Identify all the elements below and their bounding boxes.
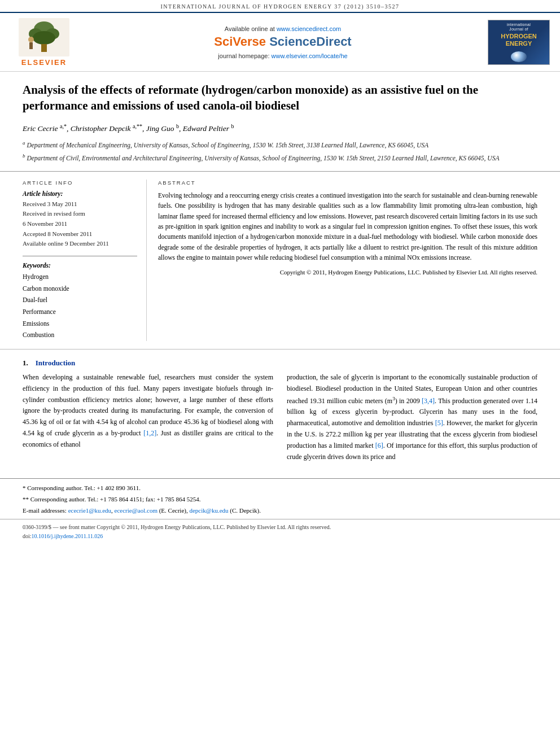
section-title: Introduction (36, 359, 76, 367)
affiliations-block: a Department of Mechanical Engineering, … (23, 139, 537, 163)
abstract-header: Abstract (158, 180, 537, 186)
article-info-col: Article Info Article history: Received 3… (23, 180, 147, 341)
svg-point-6 (28, 37, 34, 42)
footnote-email: E-mail addresses: ececrie1@ku.edu, ececr… (23, 506, 537, 516)
keyword-hydrogen: Hydrogen (23, 271, 137, 283)
received-date: Received 3 May 2011 (23, 199, 137, 209)
bottom-bar-issn: 0360-3199/$ — see front matter Copyright… (23, 523, 537, 532)
accepted-date: Accepted 8 November 2011 (23, 229, 137, 239)
logos-row: ELSEVIER Available online at www.science… (0, 13, 560, 72)
section-number: 1. (23, 359, 28, 367)
article-title-section: Analysis of the effects of reformate (hy… (0, 72, 560, 172)
keyword-dual-fuel: Dual-fuel (23, 294, 137, 306)
journal-header-text: International Journal of Hydrogen Energy… (160, 3, 399, 10)
svg-point-4 (33, 31, 55, 45)
hydrogen-energy-logo: internationalJournal of HYDROGENENERGY (488, 20, 550, 65)
footnote-star: * Corresponding author. Tel.: +1 402 890… (23, 483, 537, 493)
keyword-combustion: Combustion (23, 329, 137, 341)
keyword-carbon-monoxide: Carbon monoxide (23, 283, 137, 295)
keyword-emissions: Emissions (23, 318, 137, 330)
journal-homepage-link[interactable]: www.elsevier.com/locate/he (272, 53, 348, 59)
copyright-text: Copyright © 2011, Hydrogen Energy Public… (158, 268, 537, 277)
logo-journal-name: HYDROGENENERGY (501, 33, 537, 47)
doi-link[interactable]: 10.1016/j.ijhydene.2011.11.026 (32, 533, 103, 539)
ref-3-4-link[interactable]: [3,4] (422, 397, 435, 405)
elsevier-brand-text: ELSEVIER (21, 58, 67, 67)
sciencedirect-link[interactable]: www.sciencedirect.com (277, 25, 341, 32)
available-online-text: Available online at www.sciencedirect.co… (78, 25, 488, 32)
section-heading: 1. Introduction (23, 359, 537, 368)
sciverse-title: SciVerse ScienceDirect (214, 34, 351, 49)
article-title: Analysis of the effects of reformate (hy… (23, 82, 537, 114)
ref-5-link[interactable]: [5] (435, 419, 443, 427)
keywords-label: Keywords: (23, 262, 137, 269)
article-history-block: Article history: Received 3 May 2011 Rec… (23, 190, 137, 249)
journal-homepage-text: journal homepage: www.elsevier.com/locat… (78, 53, 488, 59)
affiliation-a: a Department of Mechanical Engineering, … (23, 139, 537, 150)
affiliation-b: b Department of Civil, Environmental and… (23, 152, 537, 163)
intro-right-paragraph: production, the sale of glycerin is impo… (287, 372, 537, 462)
intro-two-col: When developing a sustainable renewable … (23, 372, 537, 466)
intro-left-col: When developing a sustainable renewable … (23, 372, 273, 466)
footer-notes: * Corresponding author. Tel.: +1 402 890… (0, 478, 560, 516)
bottom-bar: 0360-3199/$ — see front matter Copyright… (0, 519, 560, 544)
keywords-block: Keywords: Hydrogen Carbon monoxide Dual-… (23, 262, 137, 341)
logo-sphere-icon (511, 51, 527, 62)
elsevier-tree-icon (19, 18, 69, 57)
sciverse-logo: SciVerse ScienceDirect (78, 34, 488, 49)
sciverse-center-block: Available online at www.sciencedirect.co… (78, 25, 488, 59)
bottom-bar-doi: doi:10.1016/j.ijhydene.2011.11.026 (23, 532, 537, 541)
authors-line: Eric Cecrie a,*, Christopher Depcik a,**… (23, 122, 537, 135)
email-link-1[interactable]: ececrie1@ku.edu (68, 507, 111, 514)
elsevier-logo: ELSEVIER (10, 18, 78, 67)
email-link-3[interactable]: depcik@ku.edu (189, 507, 228, 514)
available-online-date: Available online 9 December 2011 (23, 239, 137, 249)
keyword-performance: Performance (23, 306, 137, 318)
svg-rect-5 (41, 44, 47, 52)
article-info-header: Article Info (23, 180, 137, 186)
footnote-double-star: ** Corresponding author. Tel.: +1 785 86… (23, 495, 537, 505)
ref-1-2-link[interactable]: [1,2] (143, 429, 156, 437)
article-info-abstract-section: Article Info Article history: Received 3… (0, 172, 560, 350)
divider (23, 256, 137, 256)
intro-left-paragraph: When developing a sustainable renewable … (23, 372, 273, 451)
received-revised-label: Received in revised form (23, 209, 137, 219)
introduction-section: 1. Introduction When developing a sustai… (0, 350, 560, 473)
email-link-2[interactable]: ececrie@aol.com (115, 507, 158, 514)
intro-right-col: production, the sale of glycerin is impo… (287, 372, 537, 466)
history-label: Article history: (23, 190, 137, 197)
logo-intl-text: internationalJournal of (507, 23, 531, 32)
journal-header-bar: International Journal of Hydrogen Energy… (0, 0, 560, 13)
abstract-text: Evolving technology and a reoccurring en… (158, 190, 537, 277)
ref-6-link[interactable]: [6] (375, 442, 383, 449)
svg-rect-7 (29, 42, 33, 49)
received-revised-date: 6 November 2011 (23, 219, 137, 229)
abstract-col: Abstract Evolving technology and a reocc… (158, 180, 537, 341)
